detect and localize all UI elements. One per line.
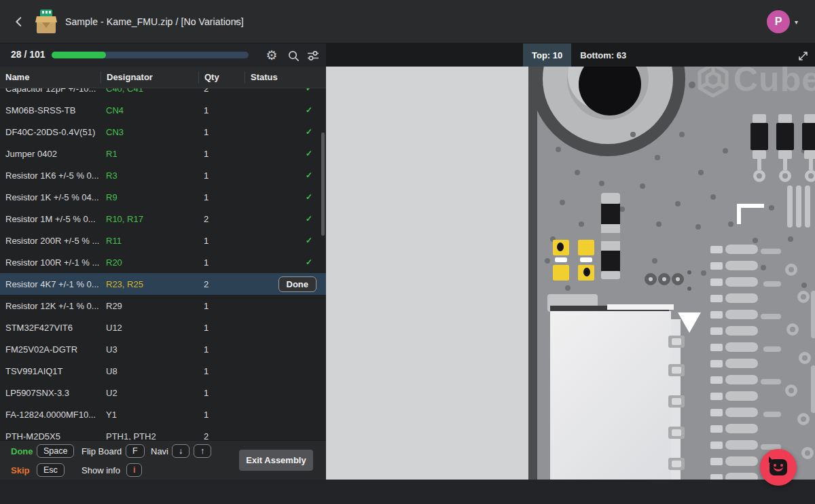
search-button[interactable] xyxy=(286,48,301,63)
row-designator: CN3 xyxy=(101,127,198,137)
filter-button[interactable] xyxy=(306,48,321,63)
tab-bottom-side[interactable]: Bottom: 63 xyxy=(571,43,635,67)
row-qty: 1 xyxy=(198,192,244,202)
row-designator: C40, C41 xyxy=(101,88,198,94)
bom-panel: Name Designator Qty Status Capacitor 12p… xyxy=(0,67,326,480)
row-designator: U8 xyxy=(101,366,198,376)
back-button[interactable] xyxy=(8,11,30,33)
connector-pin xyxy=(672,429,681,436)
viewer-toolbar: Top: 10 Bottom: 63 xyxy=(326,43,815,67)
table-row[interactable]: STM32F427VIT6U121 xyxy=(0,317,326,338)
table-row[interactable]: TSV991AIQ1TU81 xyxy=(0,360,326,382)
table-row[interactable]: Resistor 12K +/-1 % 0...R291 xyxy=(0,295,326,317)
row-designator: Y1 xyxy=(101,410,198,420)
row-name: Capacitor 12pF +/-10... xyxy=(0,88,101,94)
diode-body xyxy=(750,123,768,150)
table-row[interactable]: PTH-M2D5X5PTH1, PTH22 xyxy=(0,425,326,440)
chat-smiley-icon xyxy=(769,459,787,475)
row-name: STM32F427VIT6 xyxy=(0,323,101,333)
table-row[interactable]: FM25V02A-DGTRU31 xyxy=(0,338,326,360)
project-title[interactable]: Sample - Kame_FMU.zip / [No Variations] xyxy=(65,16,244,27)
table-row[interactable]: Resistor 1K6 +/-5 % 0...R31✓ xyxy=(0,164,326,186)
row-name: Resistor 1M +/-5 % 0... xyxy=(0,214,101,224)
row-designator: CN4 xyxy=(101,105,198,115)
row-designator: U2 xyxy=(101,388,198,398)
row-qty: 1 xyxy=(198,301,244,311)
search-icon xyxy=(287,50,300,62)
check-icon: ✓ xyxy=(306,149,312,158)
row-name: Resistor 1K +/-5 % 04... xyxy=(0,192,101,202)
row-name: Resistor 12K +/-1 % 0... xyxy=(0,301,101,311)
tab-top-side[interactable]: Top: 10 xyxy=(523,43,571,67)
row-name: FA-12824.0000MF10... xyxy=(0,410,101,420)
table-row[interactable]: LP5907SNX-3.3U21 xyxy=(0,382,326,403)
row-qty: 1 xyxy=(198,127,244,137)
progress-bar xyxy=(52,52,249,58)
table-row[interactable]: DF40C-20DS-0.4V(51)CN31✓ xyxy=(0,121,326,143)
table-header: Name Designator Qty Status xyxy=(0,67,326,88)
exit-assembly-button[interactable]: Exit Assembly xyxy=(239,450,313,471)
diode-pad xyxy=(753,114,766,123)
diode-pad xyxy=(778,114,792,123)
row-name: FM25V02A-DGTR xyxy=(0,344,101,355)
table-row[interactable]: Jumper 0402R11✓ xyxy=(0,143,326,164)
diode-pad xyxy=(753,150,766,159)
row-designator: R11 xyxy=(101,236,198,246)
column-designator: Designator xyxy=(101,71,198,84)
row-designator: R29 xyxy=(101,301,198,311)
row-name: DF40C-20DS-0.4V(51) xyxy=(0,127,101,137)
row-qty: 1 xyxy=(198,149,244,159)
row-designator: PTH1, PTH2 xyxy=(101,431,198,441)
table-scrollbar[interactable] xyxy=(321,132,325,236)
row-status: ✓ xyxy=(244,236,326,245)
shortcut-flip-label: Flip Board xyxy=(82,446,122,456)
diode-body xyxy=(776,123,794,150)
row-qty: 2 xyxy=(198,431,244,441)
table-row[interactable]: Resistor 100R +/-1 % ...R201✓ xyxy=(0,251,326,273)
check-icon: ✓ xyxy=(306,257,312,267)
row-status: Done xyxy=(244,276,326,292)
connector-pin xyxy=(672,461,681,467)
settings-button[interactable]: ⚙ xyxy=(264,48,279,63)
table-row[interactable]: SM06B-SRSS-TBCN41✓ xyxy=(0,99,326,121)
table-row[interactable]: FA-12824.0000MF10...Y11 xyxy=(0,403,326,425)
pcb-viewer[interactable]: Cubel xyxy=(326,67,815,480)
chat-support-button[interactable] xyxy=(760,449,797,486)
key-f: F xyxy=(126,444,145,458)
shortcut-info-label: Show info xyxy=(82,465,120,475)
diode-body xyxy=(802,123,815,150)
table-viewport: Capacitor 12pF +/-10...C40, C412✓SM06B-S… xyxy=(0,88,326,440)
row-designator: R1 xyxy=(101,149,198,159)
current-component-marker-icon xyxy=(678,312,701,333)
row-name: Resistor 4K7 +/-1 % 0... xyxy=(0,279,101,289)
key-arrow-up: ↑ xyxy=(194,444,211,458)
row-qty: 2 xyxy=(198,88,244,94)
row-name: SM06B-SRSS-TB xyxy=(0,105,101,115)
table-row[interactable]: Resistor 200R +/-5 % ...R111✓ xyxy=(0,230,326,251)
row-designator: R9 xyxy=(101,192,198,202)
table-row[interactable]: Capacitor 12pF +/-10...C40, C412✓ xyxy=(0,88,326,99)
shortcut-navi-label: Navi xyxy=(151,446,168,456)
row-qty: 1 xyxy=(198,257,244,268)
row-done-button[interactable]: Done xyxy=(278,276,317,292)
row-qty: 1 xyxy=(198,410,244,420)
user-avatar[interactable]: P xyxy=(767,10,790,33)
check-icon: ✓ xyxy=(306,236,312,245)
row-name: PTH-M2D5X5 xyxy=(0,431,101,441)
table-row[interactable]: Resistor 1K +/-5 % 04...R91✓ xyxy=(0,186,326,208)
check-icon: ✓ xyxy=(306,88,312,93)
row-designator: R20 xyxy=(101,257,198,268)
row-designator: U12 xyxy=(101,323,198,333)
table-row[interactable]: Resistor 1M +/-5 % 0...R10, R172✓ xyxy=(0,208,326,230)
diode-pad xyxy=(804,150,815,159)
row-designator: R3 xyxy=(101,170,198,181)
row-qty: 1 xyxy=(198,105,244,115)
diode-pad xyxy=(778,150,792,159)
user-menu-caret-icon[interactable]: ▾ xyxy=(795,18,798,26)
key-i: i xyxy=(126,463,142,477)
row-qty: 2 xyxy=(198,279,244,289)
table-row[interactable]: Resistor 4K7 +/-1 % 0...R23, R252Done xyxy=(0,273,326,295)
row-status: ✓ xyxy=(244,105,326,115)
title-dropdown-caret-icon[interactable]: ▾ xyxy=(235,18,238,25)
fullscreen-button[interactable] xyxy=(795,48,811,64)
